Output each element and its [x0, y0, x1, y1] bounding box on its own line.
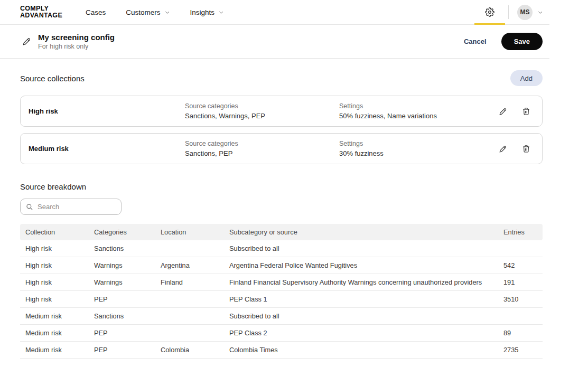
pencil-icon — [499, 107, 507, 116]
cell-categories: Warnings — [89, 257, 155, 274]
cell-subcategory: Finland Financial Supervisory Authority … — [224, 274, 498, 291]
brand-line1: COMPLY — [20, 5, 62, 13]
active-tab-indicator — [474, 23, 505, 25]
edit-collection-button[interactable] — [498, 106, 508, 117]
table-row: High risk PEP PEP Class 1 3510 — [20, 291, 543, 308]
collection-categories: Source categories Sanctions, Warnings, P… — [185, 102, 339, 120]
collection-name: High risk — [29, 107, 185, 115]
cell-collection: Medium risk — [20, 342, 89, 359]
cell-entries: 191 — [498, 274, 543, 291]
cell-entries: 2735 — [498, 342, 543, 359]
settings-value: 50% fuzziness, Name variations — [339, 112, 498, 120]
gear-icon — [485, 7, 494, 17]
chevron-down-icon — [164, 10, 170, 15]
nav-divider — [508, 5, 509, 19]
search-icon — [26, 203, 33, 211]
cell-categories: Warnings — [89, 274, 155, 291]
delete-collection-button[interactable] — [521, 144, 531, 154]
table-row: Medium risk PEP PEP Class 2 89 — [20, 325, 543, 342]
nav-item-cases[interactable]: Cases — [86, 8, 106, 16]
settings-nav-button[interactable] — [474, 0, 505, 24]
search-box — [20, 199, 122, 215]
cell-location — [155, 291, 224, 308]
pencil-icon — [499, 145, 507, 153]
app-frame: COMPLY ADVANTAGE Cases Customers Insight… — [0, 0, 549, 359]
cell-categories: Sanctions — [89, 308, 155, 325]
edit-collection-button[interactable] — [498, 144, 508, 154]
page-content: Source collections Add High risk Source … — [0, 70, 549, 359]
cancel-button[interactable]: Cancel — [464, 37, 487, 45]
chevron-down-icon — [537, 10, 543, 15]
cell-entries: 542 — [498, 257, 543, 274]
settings-label: Settings — [339, 140, 498, 147]
categories-value: Sanctions, PEP — [185, 149, 339, 157]
trash-icon — [522, 107, 530, 116]
add-collection-button[interactable]: Add — [510, 70, 543, 86]
cell-categories: PEP — [89, 342, 155, 359]
cell-subcategory: PEP Class 2 — [224, 325, 498, 342]
categories-value: Sanctions, Warnings, PEP — [185, 112, 339, 120]
collection-name: Medium risk — [29, 145, 185, 153]
table-header-row: Collection Categories Location Subcatego… — [20, 224, 543, 240]
cell-categories: Sanctions — [89, 240, 155, 257]
cell-categories: PEP — [89, 325, 155, 342]
column-header-location: Location — [155, 224, 224, 240]
avatar: MS — [517, 5, 533, 20]
user-menu[interactable]: MS — [517, 5, 543, 20]
cell-collection: High risk — [20, 291, 89, 308]
table-body: High risk Sanctions Subscribed to all Hi… — [20, 240, 543, 359]
cell-entries: 3510 — [498, 291, 543, 308]
page-title: My screening config — [38, 33, 115, 42]
cell-location: Finland — [155, 274, 224, 291]
cell-subcategory: Subscribed to all — [224, 308, 498, 325]
page-subtitle: For high risk only — [38, 43, 115, 50]
cell-location: Argentina — [155, 257, 224, 274]
nav-item-label: Customers — [126, 8, 160, 16]
categories-label: Source categories — [185, 140, 339, 147]
collection-categories: Source categories Sanctions, PEP — [185, 140, 339, 157]
title-block: My screening config For high risk only — [38, 33, 115, 50]
table-row: High risk Warnings Argentina Argentina F… — [20, 257, 543, 274]
cell-entries: 89 — [498, 325, 543, 342]
table-row: Medium risk PEP Colombia Colombia Times … — [20, 342, 543, 359]
cell-subcategory: Argentina Federal Police Wanted Fugitive… — [224, 257, 498, 274]
cell-collection: Medium risk — [20, 308, 89, 325]
nav-item-customers[interactable]: Customers — [126, 8, 170, 16]
column-header-categories: Categories — [89, 224, 155, 240]
column-header-entries: Entries — [498, 224, 543, 240]
search-input[interactable] — [38, 203, 116, 211]
collection-actions — [498, 144, 531, 154]
page-header: My screening config For high risk only C… — [0, 25, 549, 59]
chevron-down-icon — [218, 10, 224, 15]
trash-icon — [522, 145, 530, 153]
cell-location — [155, 240, 224, 257]
source-breakdown-heading: Source breakdown — [20, 182, 543, 191]
delete-collection-button[interactable] — [521, 106, 531, 117]
settings-label: Settings — [339, 102, 498, 110]
brand-line2: ADVANTAGE — [20, 12, 62, 20]
source-collections-header-row: Source collections Add — [20, 70, 543, 86]
cell-location — [155, 325, 224, 342]
top-navigation: COMPLY ADVANTAGE Cases Customers Insight… — [0, 0, 549, 25]
table-row: Medium risk Sanctions Subscribed to all — [20, 308, 543, 325]
save-button[interactable]: Save — [501, 33, 543, 50]
column-header-subcategory: Subcategory or source — [224, 224, 498, 240]
cell-subcategory: PEP Class 1 — [224, 291, 498, 308]
nav-right: MS — [474, 0, 543, 24]
nav-item-label: Insights — [190, 8, 215, 16]
cell-collection: High risk — [20, 240, 89, 257]
settings-value: 30% fuzziness — [339, 149, 498, 157]
nav-item-insights[interactable]: Insights — [190, 8, 225, 16]
edit-title-pencil-icon[interactable] — [22, 37, 31, 46]
collection-settings: Settings 50% fuzziness, Name variations — [339, 102, 498, 120]
cell-collection: Medium risk — [20, 325, 89, 342]
cell-location — [155, 308, 224, 325]
cell-entries — [498, 240, 543, 257]
collection-settings: Settings 30% fuzziness — [339, 140, 498, 157]
table-row: High risk Sanctions Subscribed to all — [20, 240, 543, 257]
brand-logo[interactable]: COMPLY ADVANTAGE — [20, 5, 62, 20]
nav-item-label: Cases — [86, 8, 106, 16]
cell-entries — [498, 308, 543, 325]
table-head: Collection Categories Location Subcatego… — [20, 224, 543, 240]
nav-links: Cases Customers Insights — [86, 8, 224, 16]
